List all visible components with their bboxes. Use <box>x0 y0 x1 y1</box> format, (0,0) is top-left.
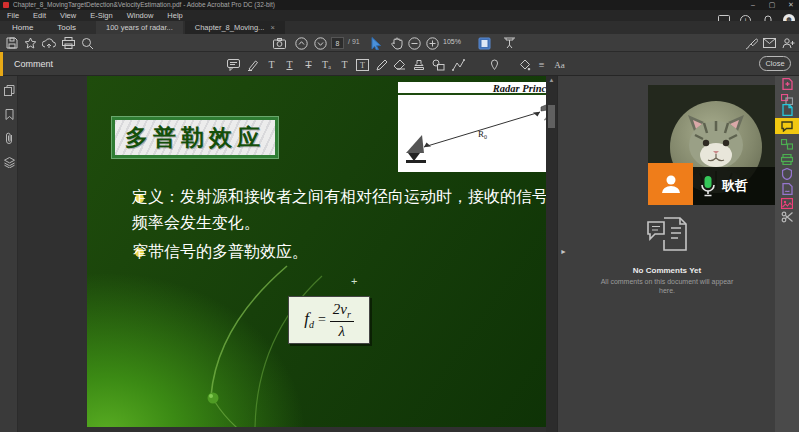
comment-toolbar-label: Comment <box>14 59 53 69</box>
radar-figure-panel: Radar Principles R0 v <box>398 82 570 172</box>
tab-close-icon[interactable]: × <box>270 23 274 32</box>
previous-page-icon[interactable] <box>294 36 308 50</box>
more-tools-icon[interactable] <box>781 211 793 223</box>
fill-and-sign-icon[interactable] <box>781 138 793 150</box>
send-email-icon[interactable] <box>762 36 776 50</box>
snapshot-icon[interactable] <box>272 36 286 50</box>
panel-collapse-icon[interactable]: ► <box>560 248 567 255</box>
select-tool-icon[interactable] <box>369 36 383 50</box>
fill-sign-pen-icon[interactable] <box>744 36 758 50</box>
comment-toolbar-accent-stripe <box>0 52 3 76</box>
insert-text-icon[interactable]: Tₐ <box>319 57 334 72</box>
print-icon[interactable] <box>61 36 75 50</box>
next-page-icon[interactable] <box>313 36 327 50</box>
doppler-formula-box: fd = 2vr λ <box>288 296 370 344</box>
cloud-upload-icon[interactable] <box>42 36 56 50</box>
title-bar: Chapter_8_MovingTargetDetection&Velocity… <box>0 0 799 10</box>
eraser-icon[interactable] <box>392 57 407 72</box>
star-favorites-icon[interactable] <box>23 36 37 50</box>
tab-bar: Home Tools 100 years of radar... Chapter… <box>0 21 799 34</box>
attachments-icon[interactable] <box>3 132 15 144</box>
bullet-item-definition: 定义：发射源和接收者之间有相对径向运动时，接收的信号频率会发生变化。 <box>132 184 557 236</box>
participant-name: 耿哲 <box>722 177 748 195</box>
page-thumbnails-icon[interactable] <box>3 84 15 96</box>
line-weight-icon[interactable]: ≡ <box>534 57 549 72</box>
svg-text:T: T <box>360 61 365 70</box>
slide-title-plaque: 多普勒效应 <box>112 117 278 158</box>
scroll-up-icon[interactable]: ▲ <box>546 77 557 83</box>
search-icon[interactable] <box>80 36 94 50</box>
participant-name-bar: 耿哲 <box>693 167 778 205</box>
add-text-comment-icon[interactable]: T <box>264 57 279 72</box>
export-pdf-icon[interactable] <box>781 78 793 90</box>
zoom-out-icon[interactable] <box>407 36 421 50</box>
video-call-overlay[interactable]: 耿哲 <box>648 85 778 205</box>
comment-tool-selected[interactable] <box>775 118 799 134</box>
svg-text:R0: R0 <box>478 129 487 140</box>
zoom-level-value[interactable]: 105% <box>443 38 461 45</box>
page-number-input[interactable]: 8 <box>331 37 344 49</box>
layers-icon[interactable] <box>3 156 15 168</box>
bookmarks-icon[interactable] <box>3 108 15 120</box>
menu-bar: File Edit View E-Sign Window Help <box>0 10 799 21</box>
menu-file[interactable]: File <box>0 10 26 21</box>
text-style-icon[interactable]: Aa <box>552 57 567 72</box>
document-tab-label: Chapter_8_Moving... <box>195 23 265 32</box>
hand-tool-icon[interactable] <box>390 36 404 50</box>
tab-home[interactable]: Home <box>0 21 45 34</box>
pin-attachment-icon[interactable] <box>487 57 502 72</box>
radar-diagram: R0 v <box>398 95 570 168</box>
protect-pdf-icon[interactable] <box>781 168 793 180</box>
menu-edit[interactable]: Edit <box>26 10 53 21</box>
close-comment-toolbar-button[interactable]: Close <box>759 56 791 71</box>
close-window-button[interactable]: ✕ <box>783 0 799 10</box>
sticky-note-icon[interactable] <box>226 57 241 72</box>
share-with-others-icon[interactable] <box>781 36 795 50</box>
page-display-icon[interactable] <box>477 36 491 50</box>
formula-equals: = <box>318 312 326 328</box>
bullet-item-narrowband: 窄带信号的多普勒效应。 <box>132 239 557 265</box>
tab-tools[interactable]: Tools <box>45 21 88 34</box>
no-comments-title: No Comments Yet <box>558 266 776 275</box>
combine-files-icon[interactable] <box>781 153 793 165</box>
formula-numerator: 2vr <box>330 301 354 322</box>
request-signatures-icon[interactable] <box>781 183 793 195</box>
text-cursor-crosshair: + <box>351 275 357 287</box>
save-icon[interactable] <box>5 36 19 50</box>
menu-view[interactable]: View <box>53 10 83 21</box>
create-pdf-icon[interactable] <box>781 104 793 116</box>
underline-text-icon[interactable]: T <box>282 57 297 72</box>
radar-figure-caption: Radar Principles <box>398 82 570 95</box>
text-box-icon[interactable]: T <box>355 57 370 72</box>
fill-color-icon[interactable] <box>517 57 532 72</box>
menu-help[interactable]: Help <box>160 10 189 21</box>
shapes-icon[interactable] <box>431 57 446 72</box>
menu-esign[interactable]: E-Sign <box>83 10 120 21</box>
right-tools-rail <box>775 76 799 432</box>
connected-lines-icon[interactable] <box>451 57 466 72</box>
menu-window[interactable]: Window <box>120 10 161 21</box>
acrobat-logo-icon <box>3 2 9 8</box>
minimize-button[interactable]: – <box>745 0 761 10</box>
zoom-in-icon[interactable] <box>425 36 439 50</box>
presentation-mode-icon[interactable] <box>502 36 516 50</box>
document-tab-chapter8[interactable]: Chapter_8_Moving...× <box>185 21 285 34</box>
stamp-icon[interactable] <box>411 57 426 72</box>
document-tab-radar[interactable]: 100 years of radar... <box>96 21 183 34</box>
strikethrough-text-icon[interactable]: T <box>301 57 316 72</box>
document-scrollbar[interactable]: ▲ <box>546 76 557 432</box>
main-toolbar: 8 / 91 105% ▾ ▾ <box>0 34 799 52</box>
scan-ocr-icon[interactable] <box>781 197 793 209</box>
formula-denominator: λ <box>339 322 346 340</box>
microphone-icon <box>700 175 716 197</box>
draw-pencil-icon[interactable] <box>374 57 389 72</box>
pdf-slide-page: 多普勒效应 Radar Principles R0 <box>87 76 573 427</box>
restore-button[interactable]: ▢ <box>764 0 780 10</box>
no-comments-illustration-icon <box>646 214 688 258</box>
replace-text-icon[interactable]: T <box>337 57 352 72</box>
scrollbar-thumb[interactable] <box>548 105 555 128</box>
person-icon <box>659 172 683 196</box>
formula-fraction: 2vr λ <box>330 301 354 340</box>
highlight-text-icon[interactable] <box>245 57 260 72</box>
page-count-label: / 91 <box>348 38 360 45</box>
